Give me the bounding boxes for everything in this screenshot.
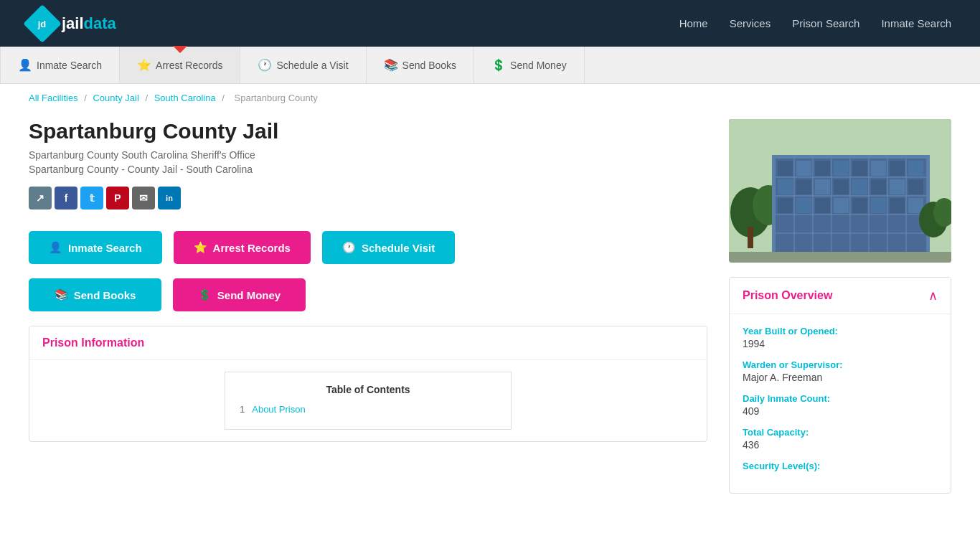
- send-money-btn-icon: 💲: [198, 288, 212, 301]
- prison-info-box: Prison Information Table of Contents 1 A…: [29, 326, 707, 442]
- facebook-icon[interactable]: f: [55, 187, 77, 209]
- email-icon[interactable]: ✉: [132, 187, 155, 209]
- overview-year: Year Built or Opened: 1994: [743, 326, 938, 349]
- subnav-arrest-records[interactable]: ⭐ Arrest Records: [120, 47, 240, 83]
- breadcrumb: All Facilities / County Jail / South Car…: [0, 84, 980, 112]
- nav-inmate-search[interactable]: Inmate Search: [881, 17, 951, 29]
- svg-rect-3: [748, 227, 753, 248]
- inmate-search-icon: 👤: [18, 58, 32, 72]
- send-money-btn-label: Send Money: [217, 289, 281, 301]
- send-books-btn-label: Send Books: [74, 289, 136, 301]
- nav-home[interactable]: Home: [679, 17, 708, 29]
- toc-heading: Table of Contents: [240, 384, 496, 395]
- svg-rect-31: [890, 179, 905, 194]
- svg-rect-20: [834, 161, 849, 176]
- breadcrumb-county-jail[interactable]: County Jail: [93, 93, 138, 103]
- facility-image: [729, 119, 951, 263]
- breadcrumb-all-facilities[interactable]: All Facilities: [29, 93, 78, 103]
- nav-prison-search[interactable]: Prison Search: [792, 17, 859, 29]
- svg-rect-19: [815, 161, 830, 176]
- action-buttons-row2: 📚 Send Books 💲 Send Money: [29, 278, 707, 311]
- send-money-button[interactable]: 💲 Send Money: [173, 278, 306, 311]
- subnav-send-money[interactable]: 💲 Send Money: [474, 47, 585, 83]
- arrest-records-btn-label: Arrest Records: [213, 242, 291, 254]
- subnav-inmate-label: Inmate Search: [37, 60, 102, 71]
- subnav-schedule-visit[interactable]: 🕐 Schedule a Visit: [240, 47, 366, 83]
- total-capacity-label: Total Capacity:: [743, 427, 938, 438]
- subnav-money-label: Send Money: [510, 60, 567, 71]
- nav-services[interactable]: Services: [730, 17, 771, 29]
- share-icon[interactable]: ↗: [29, 187, 52, 209]
- send-money-icon: 💲: [491, 58, 506, 72]
- overview-warden: Warden or Supervisor: Major A. Freeman: [743, 359, 938, 383]
- logo[interactable]: jd jaildata: [29, 10, 116, 37]
- svg-rect-39: [890, 198, 905, 213]
- send-books-button[interactable]: 📚 Send Books: [29, 278, 161, 311]
- linkedin-icon[interactable]: in: [158, 187, 181, 209]
- total-capacity-value: 436: [743, 439, 938, 451]
- inmate-search-button[interactable]: 👤 Inmate Search: [29, 231, 162, 264]
- breadcrumb-current: Spartanburg County: [235, 93, 318, 103]
- arrest-records-icon: ⭐: [137, 58, 151, 72]
- subnav-inmate-search[interactable]: 👤 Inmate Search: [0, 47, 120, 83]
- svg-rect-37: [852, 198, 867, 213]
- subnav-send-books[interactable]: 📚 Send Books: [367, 47, 475, 83]
- top-navigation: jd jaildata Home Services Prison Search …: [0, 0, 980, 47]
- overview-toggle-icon[interactable]: ∧: [928, 288, 938, 303]
- breadcrumb-sep-1: /: [84, 93, 89, 103]
- subtitle-2: Spartanburg County - County Jail - South…: [29, 164, 707, 175]
- pinterest-icon[interactable]: P: [106, 187, 129, 209]
- svg-rect-41: [729, 252, 951, 263]
- twitter-icon[interactable]: 𝕥: [80, 187, 103, 209]
- prison-info-header: Prison Information: [29, 326, 707, 360]
- svg-rect-25: [778, 179, 793, 194]
- overview-header: Prison Overview ∧: [730, 278, 951, 314]
- svg-rect-26: [796, 179, 811, 194]
- table-of-contents: Table of Contents 1 About Prison: [225, 372, 512, 430]
- page-title: Spartanburg County Jail: [29, 119, 707, 143]
- svg-rect-24: [908, 161, 923, 176]
- top-nav-links: Home Services Prison Search Inmate Searc…: [679, 17, 951, 29]
- security-label: Security Level(s):: [743, 461, 938, 471]
- prison-overview: Prison Overview ∧ Year Built or Opened: …: [729, 277, 951, 494]
- svg-rect-27: [815, 179, 830, 194]
- warden-label: Warden or Supervisor:: [743, 359, 938, 370]
- svg-rect-35: [815, 198, 830, 213]
- year-value: 1994: [743, 338, 938, 349]
- overview-title: Prison Overview: [743, 289, 832, 302]
- logo-diamond: jd: [23, 4, 62, 43]
- breadcrumb-sep-3: /: [222, 93, 227, 103]
- schedule-visit-button[interactable]: 🕐 Schedule Visit: [322, 231, 455, 264]
- prison-info-title: Prison Information: [42, 336, 694, 349]
- overview-total-capacity: Total Capacity: 436: [743, 427, 938, 451]
- toc-link-about-prison[interactable]: About Prison: [252, 404, 305, 415]
- breadcrumb-sep-2: /: [145, 93, 150, 103]
- logo-data: data: [84, 14, 116, 32]
- inmate-search-btn-label: Inmate Search: [68, 242, 142, 254]
- svg-rect-29: [852, 179, 867, 194]
- svg-rect-38: [871, 198, 886, 213]
- svg-rect-22: [871, 161, 886, 176]
- svg-rect-33: [778, 198, 793, 213]
- breadcrumb-south-carolina[interactable]: South Carolina: [154, 93, 216, 103]
- overview-daily-count: Daily Inmate Count: 409: [743, 393, 938, 417]
- schedule-visit-icon: 🕐: [258, 58, 272, 72]
- svg-rect-17: [778, 161, 793, 176]
- svg-rect-34: [796, 198, 811, 213]
- overview-security: Security Level(s):: [743, 461, 938, 471]
- logo-jail: jail: [62, 14, 84, 32]
- daily-count-label: Daily Inmate Count:: [743, 393, 938, 404]
- schedule-visit-btn-label: Schedule Visit: [362, 242, 435, 254]
- daily-count-value: 409: [743, 405, 938, 417]
- social-icons: ↗ f 𝕥 P ✉ in: [29, 187, 707, 209]
- svg-rect-18: [796, 161, 811, 176]
- overview-body: Year Built or Opened: 1994 Warden or Sup…: [730, 314, 951, 493]
- arrest-records-btn-icon: ⭐: [194, 241, 207, 254]
- logo-text: jaildata: [62, 14, 116, 33]
- svg-rect-36: [834, 198, 849, 213]
- inmate-search-btn-icon: 👤: [49, 241, 62, 254]
- toc-item-1: 1 About Prison: [240, 404, 496, 415]
- arrest-records-button[interactable]: ⭐ Arrest Records: [174, 231, 311, 264]
- toc-num-1: 1: [240, 404, 245, 415]
- facility-building-svg: [729, 119, 951, 263]
